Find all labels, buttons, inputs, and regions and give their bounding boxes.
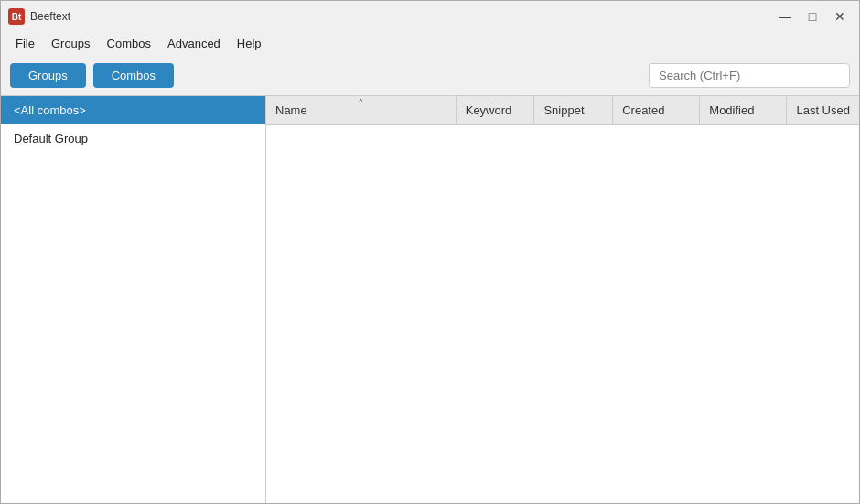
combos-button[interactable]: Combos: [93, 63, 174, 88]
menu-combos[interactable]: Combos: [100, 34, 158, 53]
main-content: <All combos> Default Group ^ Name Keywor…: [1, 95, 859, 503]
menu-advanced[interactable]: Advanced: [160, 34, 228, 53]
table-area: ^ Name Keyword Snippet Created Modified …: [266, 96, 859, 503]
sort-icon: ^: [359, 98, 363, 108]
menu-bar: File Groups Combos Advanced Help: [1, 30, 859, 56]
menu-groups[interactable]: Groups: [44, 34, 98, 53]
col-header-name[interactable]: ^ Name: [266, 96, 457, 124]
title-bar-left: Bt Beeftext: [8, 8, 70, 25]
col-header-keyword[interactable]: Keyword: [457, 96, 535, 124]
title-bar-controls: — □ ✕: [773, 7, 852, 26]
app-icon: Bt: [8, 8, 25, 25]
menu-file[interactable]: File: [8, 34, 42, 53]
maximize-button[interactable]: □: [801, 7, 824, 26]
col-header-created[interactable]: Created: [613, 96, 700, 124]
sidebar-item-all-combos[interactable]: <All combos>: [1, 96, 265, 124]
col-header-last-used[interactable]: Last Used: [787, 96, 859, 124]
col-header-modified[interactable]: Modified: [700, 96, 787, 124]
window-title: Beeftext: [30, 10, 70, 23]
table-body: [266, 125, 859, 503]
menu-help[interactable]: Help: [230, 34, 269, 53]
col-header-snippet[interactable]: Snippet: [534, 96, 613, 124]
table-header: ^ Name Keyword Snippet Created Modified …: [266, 96, 859, 125]
search-input[interactable]: [649, 63, 850, 88]
sidebar: <All combos> Default Group: [1, 96, 266, 503]
toolbar: Groups Combos: [1, 56, 859, 95]
groups-button[interactable]: Groups: [10, 63, 86, 88]
main-window: Bt Beeftext — □ ✕ File Groups Combos Adv…: [0, 0, 860, 504]
col-name-label: Name: [275, 103, 307, 117]
title-bar: Bt Beeftext — □ ✕: [1, 1, 859, 30]
close-button[interactable]: ✕: [828, 7, 852, 26]
minimize-button[interactable]: —: [773, 7, 797, 26]
sidebar-item-default-group[interactable]: Default Group: [1, 124, 265, 153]
